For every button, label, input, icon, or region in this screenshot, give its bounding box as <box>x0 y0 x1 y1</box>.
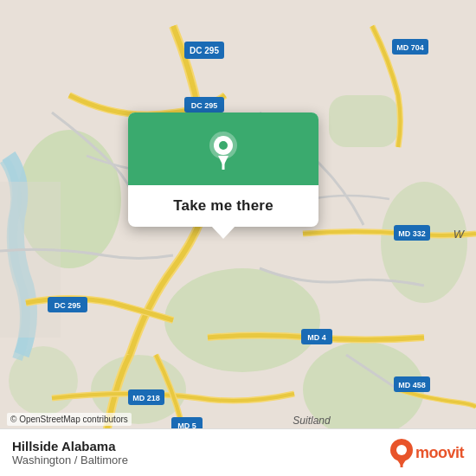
svg-text:MD 4: MD 4 <box>307 333 326 342</box>
svg-text:W: W <box>453 228 466 241</box>
svg-rect-7 <box>0 182 61 338</box>
road-layer: DC 295 DC 295 DC 295 MD 4 MD 218 MD 5 MD… <box>0 0 476 476</box>
map-container: DC 295 DC 295 DC 295 MD 4 MD 218 MD 5 MD… <box>0 0 476 476</box>
svg-point-1 <box>164 268 320 372</box>
moovit-logo-text: moovit <box>415 444 464 462</box>
svg-text:MD 458: MD 458 <box>398 381 426 389</box>
popup-header <box>128 113 318 185</box>
osm-attribution: © OpenStreetMap contributors <box>7 413 132 426</box>
location-name: Hillside Alabama <box>12 439 128 453</box>
svg-text:MD 218: MD 218 <box>132 394 160 402</box>
svg-marker-34 <box>396 459 407 466</box>
svg-point-30 <box>219 141 228 150</box>
svg-point-33 <box>396 445 407 455</box>
moovit-pin-icon <box>389 438 414 467</box>
svg-text:Suitland: Suitland <box>293 415 331 427</box>
location-region: Washington / Baltimore <box>12 453 128 466</box>
svg-text:MD 704: MD 704 <box>396 43 424 52</box>
svg-text:DC 295: DC 295 <box>190 46 219 55</box>
attribution-text: © OpenStreetMap contributors <box>10 415 128 424</box>
bottom-bar: Hillside Alabama Washington / Baltimore … <box>0 428 476 476</box>
svg-text:DC 295: DC 295 <box>191 101 218 110</box>
svg-rect-6 <box>329 95 398 147</box>
take-me-there-button[interactable]: Take me there <box>173 197 273 215</box>
location-pin-icon <box>208 132 239 170</box>
popup-button-area[interactable]: Take me there <box>128 185 318 227</box>
svg-marker-31 <box>218 156 228 166</box>
location-info: Hillside Alabama Washington / Baltimore <box>12 439 128 466</box>
svg-text:DC 295: DC 295 <box>55 301 81 310</box>
svg-text:MD 332: MD 332 <box>398 229 426 238</box>
moovit-logo: moovit <box>389 438 464 467</box>
popup-card: Take me there <box>128 113 318 227</box>
